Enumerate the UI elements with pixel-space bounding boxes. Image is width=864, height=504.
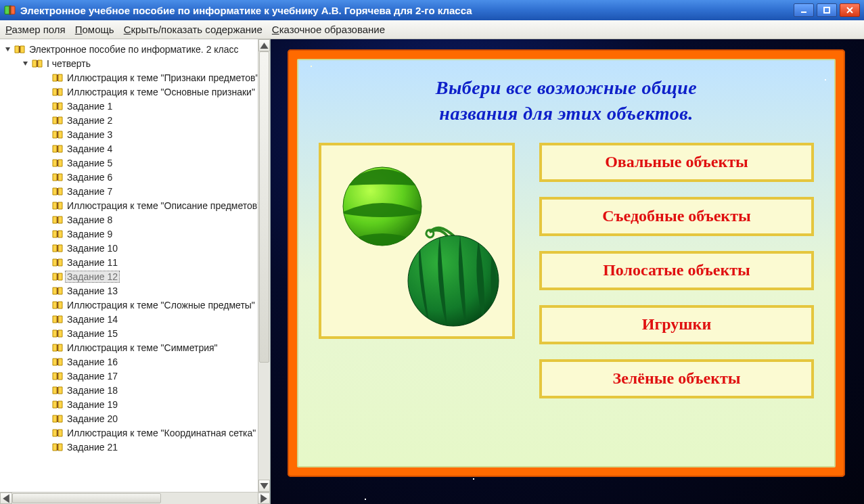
tree-item[interactable]: Задание 21 bbox=[0, 440, 270, 454]
book-icon bbox=[52, 173, 63, 182]
tree-item-label: Иллюстрация к теме "Сложные предметы" bbox=[66, 300, 256, 311]
tree-item[interactable]: I четверть bbox=[0, 56, 270, 70]
menu-skazka[interactable]: Сказочное образование bbox=[272, 24, 385, 35]
tree-item[interactable]: Иллюстрация к теме "Симметрия" bbox=[0, 340, 270, 354]
tree-item[interactable]: Задание 20 bbox=[0, 411, 270, 426]
tree-item[interactable]: Иллюстрация к теме "Сложные предметы" bbox=[0, 298, 270, 312]
tree-item[interactable]: Задание 17 bbox=[0, 369, 270, 383]
book-icon bbox=[52, 272, 63, 281]
minimize-button[interactable] bbox=[794, 3, 814, 17]
app-icon bbox=[4, 4, 16, 16]
svg-rect-3 bbox=[801, 12, 806, 13]
tree-item[interactable]: Задание 14 bbox=[0, 312, 270, 326]
tree-item[interactable]: Задание 5 bbox=[0, 156, 270, 170]
svg-rect-0 bbox=[5, 6, 9, 14]
tree-item-label: Задание 21 bbox=[66, 442, 119, 453]
book-icon bbox=[52, 73, 63, 83]
tree-item-label: Задание 14 bbox=[66, 314, 119, 325]
option-button[interactable]: Зелёные объекты bbox=[539, 359, 814, 398]
tree-item-label: Задание 8 bbox=[66, 214, 114, 225]
tree-item[interactable]: Задание 11 bbox=[0, 255, 270, 269]
tree-item-label: Задание 2 bbox=[66, 115, 114, 126]
book-icon bbox=[52, 229, 63, 239]
content-pane: Выбери все возможные общие названия для … bbox=[271, 39, 864, 504]
option-button[interactable]: Съедобные объекты bbox=[539, 197, 814, 236]
tree-item-label: I четверть bbox=[45, 58, 92, 69]
tree-item-label: Задание 13 bbox=[66, 285, 119, 296]
scroll-up-button[interactable] bbox=[258, 39, 270, 51]
book-icon bbox=[52, 371, 63, 381]
tree-item[interactable]: Задание 3 bbox=[0, 127, 270, 141]
menu-field-size[interactable]: Размер поля bbox=[5, 24, 66, 35]
tree-item-label: Задание 7 bbox=[66, 186, 114, 197]
book-icon bbox=[52, 215, 63, 225]
tree-item[interactable]: Задание 9 bbox=[0, 227, 270, 241]
scroll-left-button[interactable] bbox=[0, 492, 12, 504]
tree-item-label: Иллюстрация к теме "Основные признаки" bbox=[66, 87, 256, 97]
tree-item-label: Электронное пособие по информатике. 2 кл… bbox=[28, 44, 240, 55]
tree-item-label: Задание 1 bbox=[66, 101, 114, 112]
tree-item[interactable]: Иллюстрация к теме "Описание предметов" bbox=[0, 198, 270, 212]
tree-item[interactable]: Электронное пособие по информатике. 2 кл… bbox=[0, 42, 270, 56]
tree-item[interactable]: Задание 15 bbox=[0, 326, 270, 340]
book-icon bbox=[52, 315, 63, 324]
tree-item[interactable]: Иллюстрация к теме "Координатная сетка" bbox=[0, 426, 270, 440]
tree-item-label: Иллюстрация к теме "Признаки предметов" bbox=[66, 72, 260, 83]
vscroll-track[interactable] bbox=[258, 51, 270, 480]
hscroll-track[interactable] bbox=[12, 492, 258, 504]
horizontal-scrollbar[interactable] bbox=[0, 492, 270, 504]
svg-rect-2 bbox=[9, 5, 12, 15]
tree-item[interactable]: Задание 19 bbox=[0, 397, 270, 411]
window-title: Электронное учебное пособие по информати… bbox=[20, 5, 794, 16]
tree-item[interactable]: Задание 13 bbox=[0, 283, 270, 298]
tree-item[interactable]: Задание 4 bbox=[0, 141, 270, 156]
tree-item-label: Задание 4 bbox=[66, 143, 114, 154]
book-icon bbox=[52, 130, 63, 139]
tree-item[interactable]: Задание 7 bbox=[0, 184, 270, 198]
options-list: Овальные объектыСъедобные объектыПолосат… bbox=[539, 143, 814, 398]
book-icon bbox=[52, 442, 63, 452]
collapse-icon[interactable] bbox=[4, 45, 12, 53]
tree-item-label: Задание 12 bbox=[66, 271, 119, 282]
tree-item[interactable]: Задание 10 bbox=[0, 241, 270, 255]
objects-illustration bbox=[319, 143, 515, 339]
vertical-scrollbar[interactable] bbox=[258, 39, 270, 492]
tree-item-label: Иллюстрация к теме "Симметрия" bbox=[66, 342, 219, 353]
toc-tree[interactable]: Электронное пособие по информатике. 2 кл… bbox=[0, 39, 270, 492]
collapse-icon[interactable] bbox=[22, 60, 29, 67]
exercise-card: Выбери все возможные общие названия для … bbox=[288, 49, 845, 477]
tree-item[interactable]: Задание 6 bbox=[0, 170, 270, 184]
hscroll-thumb[interactable] bbox=[12, 493, 161, 503]
tree-item[interactable]: Задание 12 bbox=[0, 269, 270, 283]
scroll-down-button[interactable] bbox=[258, 480, 270, 492]
tree-item[interactable]: Иллюстрация к теме "Основные признаки" bbox=[0, 85, 270, 99]
close-button[interactable] bbox=[840, 3, 860, 17]
book-icon bbox=[52, 101, 63, 111]
maximize-button[interactable] bbox=[817, 3, 837, 17]
tree-item-label: Задание 9 bbox=[66, 229, 114, 239]
scroll-right-button[interactable] bbox=[258, 492, 270, 504]
option-button[interactable]: Игрушки bbox=[539, 305, 814, 344]
tree-item[interactable]: Задание 18 bbox=[0, 383, 270, 397]
tree-item[interactable]: Задание 16 bbox=[0, 354, 270, 369]
tree-item[interactable]: Задание 2 bbox=[0, 113, 270, 127]
tree-item-label: Задание 6 bbox=[66, 172, 114, 183]
menu-toggle-toc[interactable]: Скрыть/показать содержание bbox=[124, 24, 263, 35]
menu-help[interactable]: Помощь bbox=[75, 24, 114, 35]
tree-item-label: Задание 17 bbox=[66, 371, 119, 382]
book-icon bbox=[52, 428, 63, 438]
tree-item-label: Задание 19 bbox=[66, 399, 119, 410]
tree-item-label: Иллюстрация к теме "Координатная сетка" bbox=[66, 428, 257, 438]
tree-item[interactable]: Задание 1 bbox=[0, 99, 270, 113]
book-icon bbox=[52, 87, 63, 97]
exercise-prompt: Выбери все возможные общие названия для … bbox=[319, 75, 814, 127]
option-button[interactable]: Полосатые объекты bbox=[539, 251, 814, 290]
vscroll-thumb[interactable] bbox=[259, 51, 269, 363]
book-icon bbox=[14, 45, 25, 54]
book-icon bbox=[52, 144, 63, 154]
book-icon bbox=[52, 201, 63, 210]
tree-item[interactable]: Иллюстрация к теме "Признаки предметов" bbox=[0, 70, 270, 85]
option-button[interactable]: Овальные объекты bbox=[539, 143, 814, 182]
book-icon bbox=[52, 116, 63, 125]
tree-item[interactable]: Задание 8 bbox=[0, 212, 270, 227]
